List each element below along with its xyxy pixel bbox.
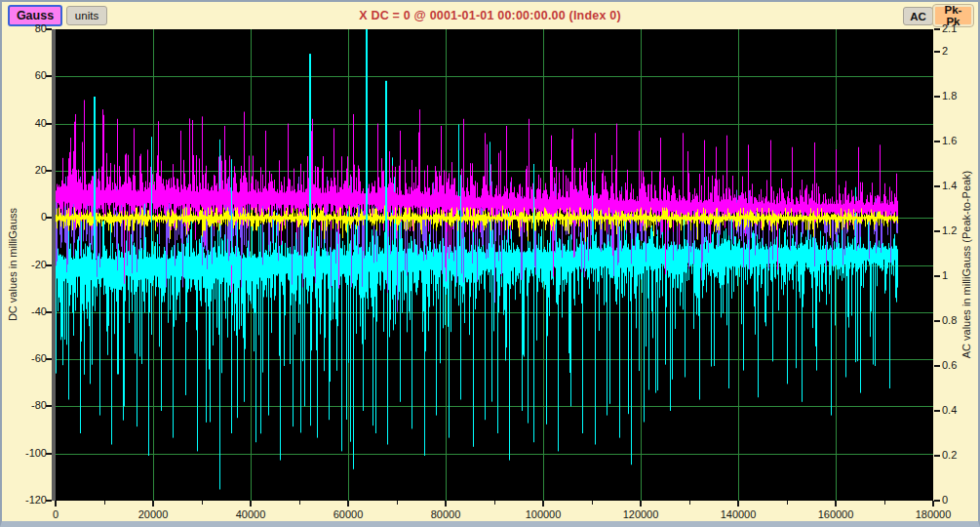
x-axis-tick xyxy=(932,501,934,507)
x-axis-minor-tick xyxy=(787,501,788,505)
left-axis-tick-label: 60 xyxy=(2,69,47,81)
x-axis-tick-label: 160000 xyxy=(802,508,870,520)
right-axis-tick xyxy=(934,410,940,412)
x-axis-tick xyxy=(835,501,837,507)
x-axis-tick xyxy=(640,501,642,507)
right-axis-tick-label: 0.4 xyxy=(942,404,980,416)
x-axis-tick-label: 20000 xyxy=(119,508,187,520)
right-axis-tick-label: 1.4 xyxy=(942,180,980,191)
right-axis-tick-label: 1.8 xyxy=(942,90,980,101)
left-axis-tick-label: -20 xyxy=(2,259,47,270)
ac-mode-button[interactable]: AC xyxy=(903,7,933,25)
right-axis-tick xyxy=(934,28,940,30)
left-axis-tick-label: 0 xyxy=(2,211,47,223)
x-axis-tick-label: 80000 xyxy=(412,508,480,520)
x-axis-tick xyxy=(55,501,57,507)
x-axis-tick-label: 40000 xyxy=(216,508,285,520)
right-axis-tick xyxy=(934,320,940,322)
right-axis-tick-label: 0.8 xyxy=(942,314,980,326)
left-axis-tick-label: -40 xyxy=(2,305,47,317)
right-axis-tick xyxy=(934,275,940,277)
x-axis-minor-tick xyxy=(104,501,105,505)
right-axis-tick xyxy=(934,185,940,187)
right-axis-tick-label: 1.2 xyxy=(942,224,980,236)
x-axis-tick xyxy=(347,501,349,507)
x-axis-minor-tick xyxy=(299,501,300,505)
x-axis-tick-label: 180000 xyxy=(899,508,967,520)
right-axis-tick-label: 2 xyxy=(942,45,980,57)
right-axis-tick xyxy=(934,500,940,502)
x-axis-minor-tick xyxy=(202,501,203,505)
left-axis-tick-label: 20 xyxy=(2,164,47,176)
plot-canvas[interactable] xyxy=(56,29,933,501)
left-axis-tick-label: 80 xyxy=(2,22,47,34)
x-axis-tick xyxy=(250,501,252,507)
left-axis-tick-label: -60 xyxy=(2,352,47,364)
right-axis-tick xyxy=(934,230,940,232)
right-axis-tick-label: 0 xyxy=(942,494,980,506)
chart-title: X DC = 0 @ 0001-01-01 00:00:00.00 (Index… xyxy=(2,9,978,22)
x-axis-minor-tick xyxy=(592,501,593,505)
x-axis-tick xyxy=(737,501,739,507)
right-axis-title: AC values in milliGauss (Peak-to-Peak) xyxy=(960,171,972,359)
left-axis-tick-label: -100 xyxy=(2,447,47,459)
right-axis-tick-label: 0.2 xyxy=(942,449,980,461)
x-axis-tick-label: 60000 xyxy=(314,508,382,520)
x-axis-tick-label: 120000 xyxy=(607,508,675,520)
x-axis-minor-tick xyxy=(884,501,885,505)
left-axis-tick-label: -120 xyxy=(2,494,47,506)
x-axis-tick-label: 140000 xyxy=(704,508,772,520)
right-axis-tick xyxy=(934,365,940,367)
left-axis-tick-label: 40 xyxy=(2,117,47,129)
right-axis-tick xyxy=(934,96,940,98)
x-axis-tick xyxy=(152,501,154,507)
right-axis-tick xyxy=(934,455,940,457)
left-axis-tick-label: -80 xyxy=(2,399,47,411)
x-axis-minor-tick xyxy=(689,501,690,505)
app-window: X DC = 0 @ 0001-01-01 00:00:00.00 (Index… xyxy=(0,0,980,527)
right-axis-tick xyxy=(934,51,940,53)
x-axis-minor-tick xyxy=(397,501,398,505)
right-axis-tick-label: 2.1 xyxy=(942,22,980,34)
units-button[interactable]: units xyxy=(66,6,107,25)
x-axis-minor-tick xyxy=(494,501,495,505)
x-axis-tick-label: 0 xyxy=(21,508,90,520)
x-axis-tick xyxy=(445,501,447,507)
x-axis-tick xyxy=(542,501,544,507)
right-axis-tick-label: 0.6 xyxy=(942,359,980,371)
right-axis-tick-label: 1.6 xyxy=(942,135,980,146)
x-axis-tick-label: 100000 xyxy=(509,508,577,520)
right-axis-tick xyxy=(934,141,940,142)
right-axis-tick-label: 1 xyxy=(942,269,980,281)
